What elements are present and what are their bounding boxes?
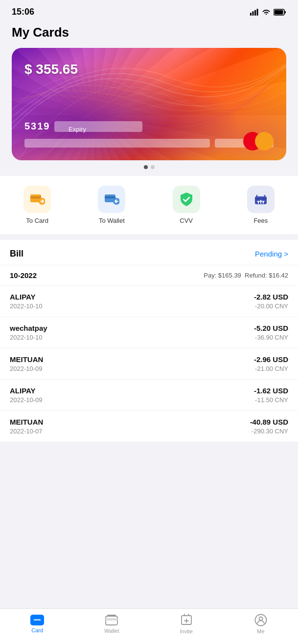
- cvv-icon-wrap: [173, 186, 200, 213]
- tx-date: 2022-10-09: [10, 365, 43, 372]
- svg-rect-2: [254, 10, 256, 16]
- me-nav-icon: [254, 614, 267, 626]
- card-balance: $ 355.65: [24, 62, 78, 77]
- bill-month-info: Pay: $165.39 Refund: $16.42: [204, 272, 288, 279]
- action-to-card[interactable]: To Card: [23, 186, 51, 224]
- nav-wallet-label: Wallet: [104, 628, 119, 634]
- fees-label: Fees: [253, 217, 268, 224]
- svg-rect-0: [250, 13, 252, 16]
- svg-rect-8: [30, 196, 41, 198]
- status-bar: 15:06: [0, 0, 298, 21]
- status-time: 15:06: [12, 7, 34, 17]
- battery-icon: [274, 9, 286, 16]
- tx-left: ALIPAY 2022-10-09: [10, 386, 43, 404]
- tx-amount-usd: -2.96 USD: [254, 355, 288, 364]
- tx-name: ALIPAY: [10, 293, 43, 301]
- action-fees[interactable]: Fees: [247, 186, 275, 224]
- tx-date: 2022-10-09: [10, 396, 43, 404]
- bill-title: Bill: [10, 249, 23, 259]
- nav-card[interactable]: Card: [20, 615, 54, 633]
- svg-rect-15: [34, 619, 41, 621]
- transaction-row[interactable]: wechatpay 2022-10-10 -5.20 USD -36.90 CN…: [0, 317, 298, 348]
- mastercard-logo: [243, 132, 274, 150]
- bill-month: 10-2022: [10, 271, 37, 279]
- wifi-icon: [262, 9, 271, 16]
- nav-wallet[interactable]: Wallet: [94, 614, 129, 634]
- card-expiry-bar: [24, 139, 210, 148]
- to-card-icon: [29, 193, 45, 206]
- bottom-nav: Card Wallet Invite Me: [0, 608, 298, 644]
- tx-amount-cny: -11.50 CNY: [254, 396, 288, 404]
- mastercard-orange-circle: [255, 132, 274, 150]
- page-title: My Cards: [0, 21, 298, 48]
- tx-date: 2022-10-07: [10, 428, 43, 435]
- dot-1: [144, 165, 148, 169]
- tx-amount-cny: -36.90 CNY: [254, 334, 288, 341]
- wallet-nav-icon: [105, 614, 118, 626]
- nav-invite-label: Invite: [180, 628, 192, 634]
- action-cvv[interactable]: CVV: [173, 186, 200, 224]
- svg-point-20: [259, 617, 262, 621]
- tx-left: ALIPAY 2022-10-10: [10, 293, 43, 310]
- tx-amount-usd: -2.82 USD: [254, 293, 288, 301]
- to-wallet-icon: [104, 193, 119, 206]
- svg-rect-5: [285, 11, 286, 13]
- tx-amount-cny: -290.30 CNY: [250, 428, 288, 435]
- to-card-icon-wrap: [23, 186, 51, 213]
- nav-card-label: Card: [31, 627, 43, 633]
- cvv-label: CVV: [180, 217, 193, 224]
- svg-rect-17: [106, 618, 117, 621]
- transaction-row[interactable]: ALIPAY 2022-10-09 -1.62 USD -11.50 CNY: [0, 379, 298, 410]
- tx-date: 2022-10-10: [10, 334, 47, 341]
- status-icons: [250, 9, 286, 16]
- tx-name: MEITUAN: [10, 418, 43, 426]
- dot-2: [151, 165, 155, 169]
- tx-amount-cny: -21.00 CNY: [254, 365, 288, 372]
- invite-nav-icon: [180, 614, 193, 626]
- card-number-visible: 5319: [24, 121, 50, 132]
- card-icon: [33, 617, 41, 623]
- card-nav-icon: [30, 615, 44, 625]
- tx-name: ALIPAY: [10, 386, 43, 395]
- card-carousel[interactable]: $ 355.65 5319 Expiry: [0, 48, 298, 169]
- transactions-list: ALIPAY 2022-10-10 -2.82 USD -20.00 CNY w…: [0, 285, 298, 442]
- nav-me[interactable]: Me: [244, 614, 278, 634]
- tx-amount-cny: -20.00 CNY: [254, 302, 288, 310]
- card-expiry-label: Expiry: [69, 126, 86, 133]
- tx-date: 2022-10-10: [10, 302, 43, 310]
- carousel-dots: [12, 165, 286, 169]
- tx-left: MEITUAN 2022-10-07: [10, 418, 43, 435]
- tx-right: -2.96 USD -21.00 CNY: [254, 355, 288, 372]
- cvv-icon: [179, 192, 194, 207]
- card-number-hidden: [54, 121, 142, 132]
- tx-name: MEITUAN: [10, 355, 43, 364]
- card-visual: $ 355.65 5319 Expiry: [12, 48, 286, 160]
- to-wallet-label: To Wallet: [99, 217, 125, 224]
- bill-header: Bill Pending >: [0, 240, 298, 265]
- card-expiry-row: Expiry: [24, 139, 274, 148]
- nav-invite[interactable]: Invite: [169, 614, 204, 634]
- signal-icon: [250, 9, 259, 16]
- tx-right: -40.89 USD -290.30 CNY: [250, 418, 288, 435]
- fees-icon-wrap: [247, 186, 275, 213]
- tx-left: MEITUAN 2022-10-09: [10, 355, 43, 372]
- bill-pending[interactable]: Pending >: [255, 250, 288, 258]
- svg-rect-6: [275, 10, 283, 14]
- quick-actions: To Card To Wallet CVV: [0, 176, 298, 234]
- bill-section: Bill Pending > 10-2022 Pay: $165.39 Refu…: [0, 240, 298, 442]
- tx-right: -5.20 USD -36.90 CNY: [254, 324, 288, 341]
- transaction-row[interactable]: MEITUAN 2022-10-07 -40.89 USD -290.30 CN…: [0, 410, 298, 442]
- svg-rect-11: [105, 196, 115, 198]
- to-card-label: To Card: [26, 217, 48, 224]
- nav-me-label: Me: [257, 628, 264, 634]
- tx-name: wechatpay: [10, 324, 47, 332]
- tx-right: -1.62 USD -11.50 CNY: [254, 386, 288, 404]
- tx-left: wechatpay 2022-10-10: [10, 324, 47, 341]
- transaction-row[interactable]: ALIPAY 2022-10-10 -2.82 USD -20.00 CNY: [0, 285, 298, 317]
- action-to-wallet[interactable]: To Wallet: [98, 186, 125, 224]
- transaction-row[interactable]: MEITUAN 2022-10-09 -2.96 USD -21.00 CNY: [0, 348, 298, 379]
- fees-icon: [253, 193, 269, 206]
- tx-amount-usd: -40.89 USD: [250, 418, 288, 426]
- tx-amount-usd: -1.62 USD: [254, 386, 288, 395]
- tx-right: -2.82 USD -20.00 CNY: [254, 293, 288, 310]
